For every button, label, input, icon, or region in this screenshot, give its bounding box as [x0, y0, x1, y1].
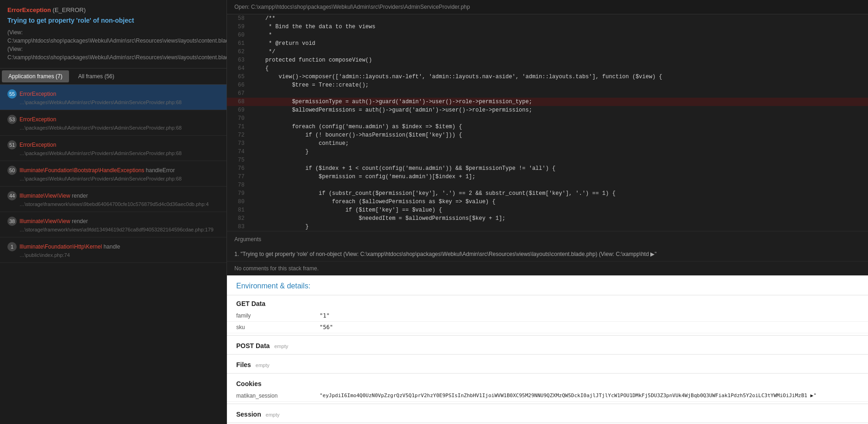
line-number: 66: [227, 81, 250, 89]
frame-item[interactable]: 51ErrorException…\packages\Webkul\Admin\…: [0, 136, 226, 161]
code-line: 64 {: [227, 64, 868, 73]
line-number: 80: [227, 198, 250, 206]
line-number: 59: [227, 23, 250, 31]
arguments-section: Arguments: [227, 231, 868, 247]
line-code: [250, 156, 252, 164]
line-number: 73: [227, 139, 250, 148]
get-data-title: GET Data: [227, 295, 868, 310]
line-number: 79: [227, 189, 250, 198]
right-panel: Open: C:\xampp\htdocs\shop\packages\Webk…: [227, 0, 868, 424]
frame-item[interactable]: 38Illuminate\View\View render…\storage\f…: [0, 212, 226, 237]
code-line: 74 }: [227, 148, 868, 156]
line-number: 58: [227, 14, 250, 23]
code-line: 63 protected function composeView(): [227, 56, 868, 64]
code-line: 68 $permissionType = auth()->guard('admi…: [227, 98, 868, 106]
code-line: 81 if ($item['key'] == $value) {: [227, 206, 868, 214]
frame-item[interactable]: 44Illuminate\View\View render…\storage\f…: [0, 187, 226, 212]
code-line: 65 view()->composer(['admin::layouts.nav…: [227, 73, 868, 81]
code-line: 67: [227, 89, 868, 98]
error-details: (View: C:\xampp\htdocs\shop\packages\Web…: [7, 28, 219, 62]
frame-tabs: Application frames (7) All frames (56): [0, 69, 226, 85]
frame-item[interactable]: 50Illuminate\Foundation\Bootstrap\Handle…: [0, 161, 226, 187]
frame-class: ErrorException: [19, 91, 56, 97]
line-code: if ($index + 1 < count(config('menu.admi…: [250, 164, 555, 173]
args-message: 1. "Trying to get property 'role' of non…: [227, 247, 868, 261]
tab-all-frames[interactable]: All frames (56): [72, 70, 121, 82]
line-code: */: [250, 48, 275, 56]
code-area: 58 /**59 * Bind the the data to the view…: [227, 14, 868, 231]
line-number: 78: [227, 181, 250, 189]
line-code: if (! bouncer()->hasPermission($item['ke…: [250, 131, 462, 139]
line-number: 60: [227, 31, 250, 39]
line-code: }: [250, 148, 308, 156]
env-key: matikan_session: [227, 390, 310, 402]
session-badge: empty: [266, 412, 280, 418]
code-line: 58 /**: [227, 14, 868, 23]
frame-method: render: [70, 218, 88, 224]
frame-list: 55ErrorException…\packages\Webkul\Admin\…: [0, 85, 226, 424]
frame-path: …\storage\framework\views\a9fdd13494619d…: [19, 227, 219, 232]
frame-number: 50: [7, 166, 17, 175]
line-code: $neededItem = $allowedPermissions[$key +…: [250, 214, 505, 223]
env-value: "1": [310, 310, 868, 322]
code-line: 80 foreach ($allowedPermissions as $key …: [227, 198, 868, 206]
line-number: 69: [227, 106, 250, 114]
line-number: 77: [227, 173, 250, 181]
frame-method: render: [70, 193, 88, 199]
frame-item[interactable]: 55ErrorException…\packages\Webkul\Admin\…: [0, 85, 226, 110]
line-number: 81: [227, 206, 250, 214]
line-code: foreach (config('menu.admin') as $index …: [250, 123, 462, 131]
line-code: $permission = config('menu.admin')[$inde…: [250, 173, 475, 181]
line-number: 82: [227, 214, 250, 223]
line-code: * Bind the the data to the views: [250, 23, 375, 31]
line-number: 64: [227, 64, 250, 73]
table-row: matikan_session"eyJpdiI6Imo4Q0UzN0VpZzgr…: [227, 390, 868, 402]
code-line: 70: [227, 114, 868, 123]
line-number: 68: [227, 98, 250, 106]
error-header: ErrorException (E_ERROR) Trying to get p…: [0, 0, 226, 69]
frame-path: …\packages\Webkul\Admin\src\Providers\Ad…: [19, 100, 219, 105]
line-number: 62: [227, 48, 250, 56]
line-number: 63: [227, 56, 250, 64]
line-code: foreach ($allowedPermissions as $key => …: [250, 198, 496, 206]
line-code: if ($item['key'] == $value) {: [250, 206, 442, 214]
line-number: 76: [227, 164, 250, 173]
env-section: Environment & details: GET Data family"1…: [227, 275, 868, 424]
tab-application-frames[interactable]: Application frames (7): [2, 70, 69, 82]
error-message: Trying to get property 'role' of non-obj…: [7, 16, 219, 25]
code-line: 76 if ($index + 1 < count(config('menu.a…: [227, 164, 868, 173]
cookies-table: matikan_session"eyJpdiI6Imo4Q0UzN0VpZzgr…: [227, 390, 868, 402]
frame-item[interactable]: 53ErrorException…\packages\Webkul\Admin\…: [0, 110, 226, 136]
line-code: $tree = Tree::create();: [250, 81, 369, 89]
code-line: 62 */: [227, 48, 868, 56]
frame-path: …\packages\Webkul\Admin\src\Providers\Ad…: [19, 176, 219, 181]
table-row: sku"56": [227, 322, 868, 333]
frame-item[interactable]: 1Illuminate\Foundation\Http\Kernel handl…: [0, 237, 226, 263]
code-line: 61 * @return void: [227, 39, 868, 48]
frame-class: ErrorException: [19, 142, 56, 148]
code-line: 66 $tree = Tree::create();: [227, 81, 868, 89]
no-comments: No comments for this stack frame.: [227, 261, 868, 275]
env-key: family: [227, 310, 310, 322]
line-code: {: [250, 64, 269, 73]
line-code: $permissionType = auth()->guard('admin')…: [250, 98, 532, 106]
session-title: Session empty: [227, 406, 868, 421]
line-code: * @return void: [250, 39, 315, 48]
frame-path: …\public\index.php:74: [19, 252, 219, 258]
code-line: 73 continue;: [227, 139, 868, 148]
frame-number: 44: [7, 191, 17, 200]
frame-path: …\packages\Webkul\Admin\src\Providers\Ad…: [19, 125, 219, 131]
line-code: view()->composer(['admin::layouts.nav-le…: [250, 73, 662, 81]
error-detail-line2: (View: C:\xampp\htdocs\shop\packages\Web…: [7, 46, 227, 61]
line-code: /**: [250, 14, 275, 23]
line-number: 71: [227, 123, 250, 131]
line-number: 72: [227, 131, 250, 139]
line-number: 74: [227, 148, 250, 156]
line-code: $allowedPermissions = auth()->guard('adm…: [250, 106, 532, 114]
code-line: 69 $allowedPermissions = auth()->guard('…: [227, 106, 868, 114]
frame-method: handle: [102, 243, 120, 250]
line-number: 67: [227, 89, 250, 98]
frame-class: Illuminate\View\View: [19, 193, 70, 199]
line-number: 70: [227, 114, 250, 123]
code-line: 79 if (substr_count($permission['key'], …: [227, 189, 868, 198]
